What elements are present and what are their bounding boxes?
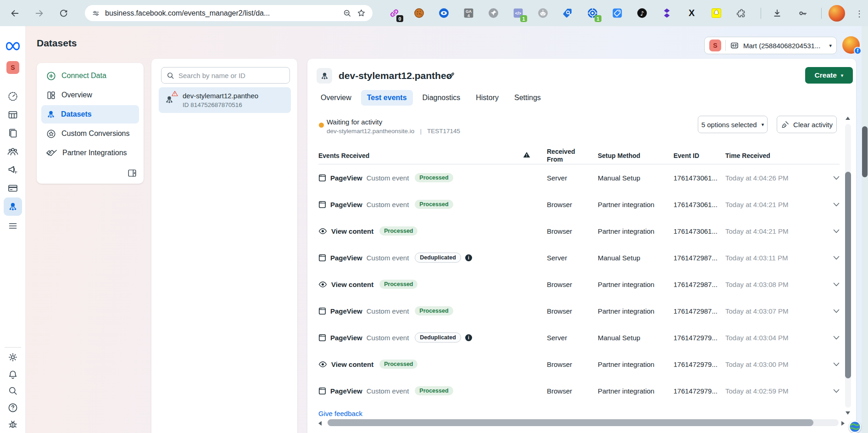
table-row[interactable]: PageView Custom event Processed i Server…: [307, 164, 856, 191]
tab-history[interactable]: History: [470, 90, 505, 106]
give-feedback-link[interactable]: Give feedback: [318, 410, 362, 417]
vertical-scrollbar[interactable]: [845, 124, 851, 408]
reload-icon[interactable]: [55, 5, 72, 22]
datasets-icon: [46, 109, 56, 119]
link-extension-icon[interactable]: 0: [386, 5, 402, 21]
datasets-icon[interactable]: [4, 197, 22, 216]
tab-settings[interactable]: Settings: [508, 90, 547, 106]
chevron-down-icon[interactable]: [833, 174, 840, 182]
table-row[interactable]: PageView Custom event Deduplicated i Ser…: [307, 324, 856, 351]
floating-globe-icon[interactable]: [849, 421, 861, 433]
table-row[interactable]: View content Processed i Browser Partner…: [307, 351, 856, 377]
browser-scrollbar[interactable]: [862, 26, 868, 433]
screen: business.facebook.com/events_manager2/li…: [0, 0, 868, 433]
browser-profile-avatar[interactable]: [829, 5, 845, 22]
options-selected-dropdown[interactable]: 5 options selected ▾: [698, 116, 768, 133]
zoom-out-icon[interactable]: [343, 9, 352, 18]
chevron-down-icon[interactable]: [833, 360, 840, 368]
forward-icon[interactable]: [31, 5, 48, 22]
tag-search-extension-icon[interactable]: [560, 5, 575, 21]
vscroll-down-arrow[interactable]: [846, 411, 850, 415]
browser-scroll-thumb[interactable]: [862, 126, 868, 177]
tab-overview[interactable]: Overview: [315, 90, 357, 106]
horizontal-scrollbar[interactable]: [328, 419, 839, 426]
business-account-selector[interactable]: S Mart (25884068204531... ▾: [704, 37, 837, 54]
vscroll-up-arrow[interactable]: [846, 117, 850, 120]
url-text: business.facebook.com/events_manager2/li…: [105, 9, 338, 17]
search-input[interactable]: [178, 72, 285, 79]
ga4-extension-icon[interactable]: GA4: [461, 5, 476, 21]
browser-toolbar: business.facebook.com/events_manager2/li…: [0, 0, 868, 26]
chevron-down-icon[interactable]: [833, 281, 840, 288]
table-row[interactable]: PageView Custom event Processed i Browse…: [307, 191, 856, 218]
pin-extension-icon[interactable]: [485, 5, 501, 21]
downloads-icon[interactable]: [769, 5, 785, 22]
table-row[interactable]: View content Processed i Browser Partner…: [307, 271, 856, 298]
ads-megaphone-icon[interactable]: [4, 160, 22, 179]
search-icon[interactable]: [4, 382, 22, 400]
vertical-scroll-thumb[interactable]: [845, 172, 851, 378]
bug-report-icon[interactable]: [4, 415, 22, 433]
edit-pencil-icon[interactable]: [446, 71, 456, 82]
tab-diagnostics[interactable]: Diagnostics: [417, 90, 467, 106]
table-row[interactable]: PageView Custom event Deduplicated i Ser…: [307, 244, 856, 271]
create-button[interactable]: Create ▾: [805, 67, 853, 84]
back-icon[interactable]: [6, 5, 23, 22]
hscroll-left-arrow[interactable]: [318, 421, 322, 426]
tiktok-extension-icon[interactable]: ♪: [634, 5, 650, 21]
clear-activity-button[interactable]: Clear activity: [777, 116, 837, 133]
site-info-icon[interactable]: [91, 9, 100, 18]
privacy-eye-extension-icon[interactable]: [436, 5, 451, 21]
code-extension-icon[interactable]: </>1: [510, 5, 526, 21]
billing-card-icon[interactable]: [4, 179, 22, 197]
info-icon[interactable]: i: [465, 254, 472, 261]
sidebar-item-label: Connect Data: [61, 72, 106, 80]
bookmark-star-icon[interactable]: [356, 8, 366, 18]
chevron-down-icon: ▾: [841, 73, 844, 79]
x-extension-icon[interactable]: X: [684, 5, 699, 21]
settings-gear-icon[interactable]: [4, 348, 22, 366]
cookie-extension-icon[interactable]: [411, 5, 427, 21]
chevron-down-icon[interactable]: [833, 334, 840, 342]
data-table-icon[interactable]: [4, 106, 22, 124]
menu-icon[interactable]: [4, 217, 22, 235]
chevron-down-icon[interactable]: [833, 307, 840, 315]
notifications-bell-icon[interactable]: [4, 366, 22, 384]
user-avatar[interactable]: f: [842, 36, 860, 54]
horizontal-scroll-thumb[interactable]: [328, 419, 813, 426]
browser-menu-icon[interactable]: ⋮: [852, 5, 866, 22]
pages-icon[interactable]: [4, 124, 22, 142]
target-extension-icon[interactable]: 1: [584, 5, 600, 21]
info-icon[interactable]: i: [465, 334, 472, 341]
chevron-down-icon[interactable]: [833, 201, 840, 208]
table-row[interactable]: View content Processed i Browser Partner…: [307, 218, 856, 244]
sidebar-item-partner-integrations[interactable]: Partner Integrations: [41, 144, 139, 162]
collapse-sidebar-icon[interactable]: [126, 167, 138, 179]
workspace-badge[interactable]: S: [4, 58, 22, 77]
dataset-list-item[interactable]: dev-stylemart12.pantheo ID 8147526878705…: [159, 87, 291, 113]
meta-logo-icon[interactable]: [4, 37, 22, 55]
hscroll-right-arrow[interactable]: [841, 421, 845, 426]
tag-extension-icon[interactable]: [609, 5, 625, 21]
address-bar[interactable]: business.facebook.com/events_manager2/li…: [85, 5, 373, 21]
table-row[interactable]: PageView Custom event Processed i Browse…: [307, 377, 856, 404]
dataset-search[interactable]: [161, 67, 290, 84]
puzzle-extension-icon[interactable]: [733, 5, 749, 21]
table-row[interactable]: PageView Custom event Processed i Browse…: [307, 298, 856, 324]
diamond-extension-icon[interactable]: [659, 5, 674, 21]
reddit-extension-icon[interactable]: [535, 5, 551, 21]
tab-test-events[interactable]: Test events: [361, 90, 413, 106]
audiences-icon[interactable]: [4, 142, 22, 161]
chevron-down-icon[interactable]: [833, 387, 840, 395]
sidebar-item-connect-data[interactable]: Connect Data: [41, 67, 139, 85]
sidebar-item-custom-conversions[interactable]: Custom Conversions: [41, 124, 139, 143]
password-key-icon[interactable]: [795, 5, 811, 22]
chevron-down-icon[interactable]: [833, 254, 840, 262]
chevron-down-icon[interactable]: [833, 227, 840, 235]
dataset-id: ID 814752687870516: [183, 101, 242, 108]
sidebar-item-datasets[interactable]: Datasets: [41, 105, 139, 124]
help-icon[interactable]: [4, 399, 22, 417]
dashboard-icon[interactable]: [4, 87, 22, 106]
snapchat-extension-icon[interactable]: [708, 5, 724, 21]
sidebar-item-overview[interactable]: Overview: [41, 86, 139, 104]
